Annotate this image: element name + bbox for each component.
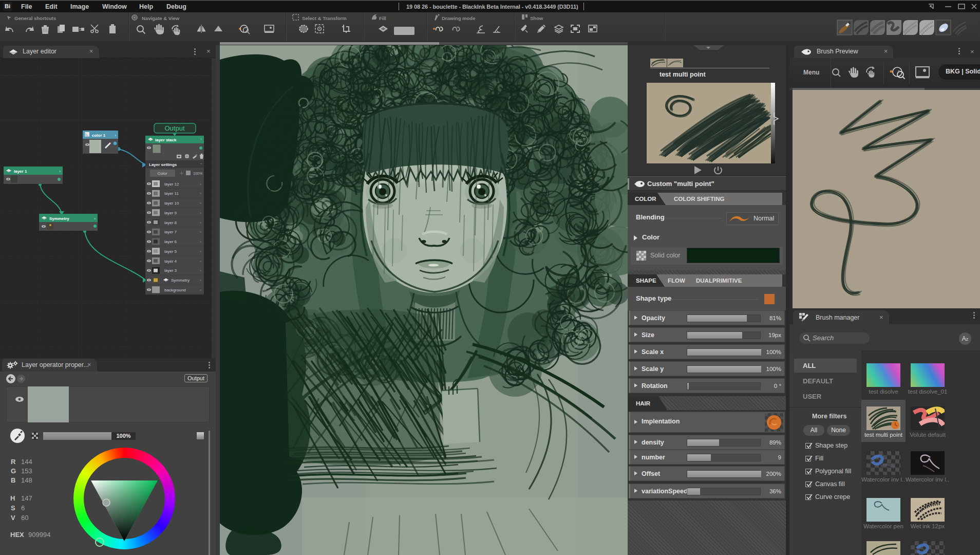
svg-text:›: › bbox=[200, 201, 201, 206]
svg-text:H: H bbox=[10, 494, 15, 502]
svg-text:148: 148 bbox=[21, 476, 32, 484]
svg-text:153: 153 bbox=[21, 467, 32, 475]
svg-text:6: 6 bbox=[21, 504, 25, 512]
svg-text:G: G bbox=[11, 467, 16, 475]
svg-text:layer 10: layer 10 bbox=[164, 201, 179, 206]
svg-text:›: › bbox=[200, 230, 201, 234]
svg-text:layer 5: layer 5 bbox=[164, 249, 177, 254]
svg-text:ˇ: ˇ bbox=[200, 162, 202, 167]
svg-text:S: S bbox=[11, 504, 15, 512]
svg-text:›: › bbox=[200, 259, 201, 264]
svg-text:V: V bbox=[11, 514, 15, 522]
svg-text:›: › bbox=[200, 182, 201, 187]
svg-text:60: 60 bbox=[21, 514, 28, 522]
svg-text:background: background bbox=[164, 288, 186, 292]
svg-text:›: › bbox=[200, 239, 201, 244]
svg-text:R: R bbox=[11, 458, 16, 466]
svg-text:layer 1: layer 1 bbox=[14, 169, 27, 174]
svg-text:›: › bbox=[200, 211, 201, 215]
svg-text:General shortcuts: General shortcuts bbox=[14, 15, 56, 21]
svg-text:HEX: HEX bbox=[10, 531, 24, 539]
svg-text:layer 9: layer 9 bbox=[164, 211, 177, 215]
svg-text:›: › bbox=[200, 268, 201, 273]
svg-text:›: › bbox=[200, 278, 201, 283]
svg-text:Color: Color bbox=[157, 171, 167, 176]
svg-text:ˇ: ˇ bbox=[200, 138, 202, 142]
svg-text:layer 8: layer 8 bbox=[164, 220, 177, 225]
svg-text:›: › bbox=[115, 133, 116, 138]
svg-text:›: › bbox=[59, 169, 61, 174]
svg-text:Drawing mode: Drawing mode bbox=[442, 15, 475, 21]
svg-text:Fill: Fill bbox=[379, 15, 386, 21]
svg-text:Select & Transform: Select & Transform bbox=[302, 15, 347, 21]
svg-text:›: › bbox=[200, 288, 201, 292]
svg-text:layer 3: layer 3 bbox=[164, 268, 177, 273]
svg-text:147: 147 bbox=[21, 494, 32, 502]
svg-text:›: › bbox=[200, 249, 201, 254]
svg-text:100%: 100% bbox=[193, 172, 202, 175]
svg-text:144: 144 bbox=[21, 458, 32, 466]
svg-text:Navigate & View: Navigate & View bbox=[142, 15, 180, 21]
svg-text:Layer settings: Layer settings bbox=[149, 162, 177, 167]
svg-text:Output: Output bbox=[164, 124, 184, 132]
svg-text:›: › bbox=[94, 216, 96, 221]
svg-text:color 1: color 1 bbox=[92, 133, 106, 138]
svg-text:layer 12: layer 12 bbox=[164, 182, 179, 187]
svg-text:909994: 909994 bbox=[28, 531, 50, 539]
svg-text:layer stack: layer stack bbox=[155, 138, 177, 142]
svg-text:Symmetry: Symmetry bbox=[49, 216, 69, 221]
svg-text:layer 6: layer 6 bbox=[164, 239, 177, 244]
svg-text:›: › bbox=[200, 191, 201, 196]
svg-text:B: B bbox=[11, 476, 15, 484]
svg-text:Show: Show bbox=[530, 15, 543, 21]
svg-text:layer 7: layer 7 bbox=[164, 230, 177, 234]
svg-text:›: › bbox=[200, 220, 201, 225]
svg-text:layer 11: layer 11 bbox=[164, 191, 179, 196]
svg-text:Symmetry: Symmetry bbox=[171, 278, 190, 283]
svg-text:layer 4: layer 4 bbox=[164, 259, 177, 264]
